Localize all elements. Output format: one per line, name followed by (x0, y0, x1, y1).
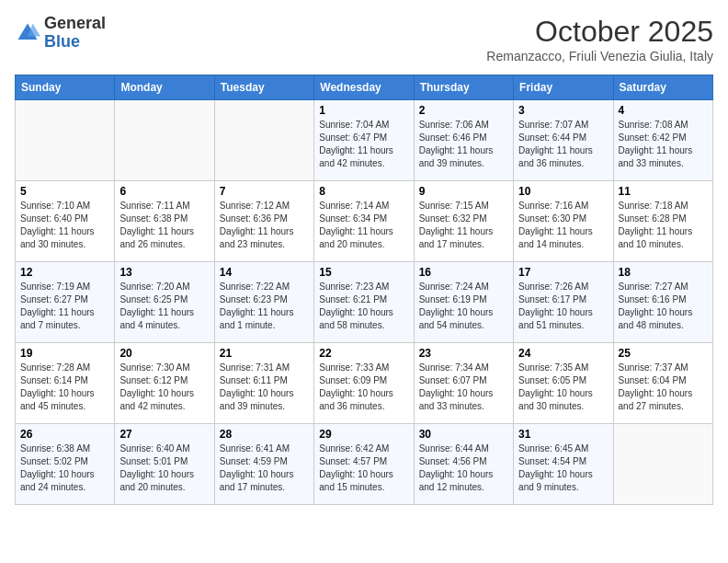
day-info: Sunrise: 7:22 AM Sunset: 6:23 PM Dayligh… (220, 281, 309, 332)
day-number: 22 (319, 347, 408, 360)
day-info: Sunrise: 6:42 AM Sunset: 4:57 PM Dayligh… (319, 442, 408, 494)
day-cell: 7Sunrise: 7:12 AM Sunset: 6:36 PM Daylig… (214, 181, 313, 262)
day-cell (16, 100, 115, 181)
day-info: Sunrise: 7:37 AM Sunset: 6:04 PM Dayligh… (619, 362, 708, 413)
day-info: Sunrise: 7:16 AM Sunset: 6:30 PM Dayligh… (518, 200, 608, 251)
location: Remanzacco, Friuli Venezia Giulia, Italy (486, 49, 713, 63)
col-header-thursday: Thursday (414, 75, 513, 100)
day-cell: 17Sunrise: 7:26 AM Sunset: 6:17 PM Dayli… (514, 262, 613, 343)
day-number: 15 (319, 266, 408, 279)
week-row-1: 1Sunrise: 7:04 AM Sunset: 6:47 PM Daylig… (16, 100, 713, 181)
day-cell: 23Sunrise: 7:34 AM Sunset: 6:07 PM Dayli… (414, 343, 513, 424)
day-info: Sunrise: 7:06 AM Sunset: 6:46 PM Dayligh… (419, 119, 508, 170)
day-cell: 3Sunrise: 7:07 AM Sunset: 6:44 PM Daylig… (514, 100, 613, 181)
day-info: Sunrise: 7:34 AM Sunset: 6:07 PM Dayligh… (419, 362, 508, 413)
week-row-2: 5Sunrise: 7:10 AM Sunset: 6:40 PM Daylig… (16, 181, 713, 262)
col-header-friday: Friday (514, 75, 613, 100)
title-block: October 2025 Remanzacco, Friuli Venezia … (486, 15, 713, 63)
day-info: Sunrise: 6:44 AM Sunset: 4:56 PM Dayligh… (419, 442, 508, 494)
day-info: Sunrise: 7:28 AM Sunset: 6:14 PM Dayligh… (20, 362, 109, 413)
day-number: 18 (619, 266, 708, 279)
day-number: 10 (518, 185, 608, 198)
day-cell: 8Sunrise: 7:14 AM Sunset: 6:34 PM Daylig… (314, 181, 414, 262)
day-cell: 4Sunrise: 7:08 AM Sunset: 6:42 PM Daylig… (613, 100, 712, 181)
week-row-3: 12Sunrise: 7:19 AM Sunset: 6:27 PM Dayli… (16, 262, 713, 343)
day-number: 4 (619, 104, 708, 117)
day-number: 1 (319, 104, 408, 117)
day-info: Sunrise: 7:20 AM Sunset: 6:25 PM Dayligh… (119, 281, 209, 332)
page-header: General Blue October 2025 Remanzacco, Fr… (15, 15, 713, 63)
day-cell: 29Sunrise: 6:42 AM Sunset: 4:57 PM Dayli… (314, 424, 414, 505)
day-number: 17 (518, 266, 608, 279)
day-info: Sunrise: 7:23 AM Sunset: 6:21 PM Dayligh… (319, 281, 408, 332)
day-number: 3 (518, 104, 608, 117)
day-cell (115, 100, 214, 181)
day-cell: 31Sunrise: 6:45 AM Sunset: 4:54 PM Dayli… (514, 424, 613, 505)
day-number: 25 (619, 347, 708, 360)
calendar-table: SundayMondayTuesdayWednesdayThursdayFrid… (15, 75, 713, 505)
day-number: 12 (20, 266, 109, 279)
day-number: 5 (20, 185, 109, 198)
day-info: Sunrise: 7:35 AM Sunset: 6:05 PM Dayligh… (518, 362, 608, 413)
day-info: Sunrise: 7:12 AM Sunset: 6:36 PM Dayligh… (220, 200, 309, 251)
day-cell: 16Sunrise: 7:24 AM Sunset: 6:19 PM Dayli… (414, 262, 513, 343)
day-cell: 14Sunrise: 7:22 AM Sunset: 6:23 PM Dayli… (214, 262, 313, 343)
day-info: Sunrise: 7:15 AM Sunset: 6:32 PM Dayligh… (419, 200, 508, 251)
col-header-monday: Monday (115, 75, 214, 100)
day-cell (613, 424, 712, 505)
day-info: Sunrise: 7:10 AM Sunset: 6:40 PM Dayligh… (20, 200, 109, 251)
day-number: 30 (419, 428, 508, 441)
day-cell: 5Sunrise: 7:10 AM Sunset: 6:40 PM Daylig… (16, 181, 115, 262)
day-cell: 13Sunrise: 7:20 AM Sunset: 6:25 PM Dayli… (115, 262, 214, 343)
day-info: Sunrise: 6:40 AM Sunset: 5:01 PM Dayligh… (119, 442, 209, 494)
day-number: 21 (220, 347, 309, 360)
logo: General Blue (15, 15, 106, 52)
day-number: 2 (419, 104, 508, 117)
day-cell: 6Sunrise: 7:11 AM Sunset: 6:38 PM Daylig… (115, 181, 214, 262)
day-info: Sunrise: 7:26 AM Sunset: 6:17 PM Dayligh… (518, 281, 608, 332)
week-row-4: 19Sunrise: 7:28 AM Sunset: 6:14 PM Dayli… (16, 343, 713, 424)
day-cell (214, 100, 313, 181)
day-number: 16 (419, 266, 508, 279)
day-info: Sunrise: 7:30 AM Sunset: 6:12 PM Dayligh… (119, 362, 209, 413)
day-cell: 1Sunrise: 7:04 AM Sunset: 6:47 PM Daylig… (314, 100, 414, 181)
day-info: Sunrise: 7:24 AM Sunset: 6:19 PM Dayligh… (419, 281, 508, 332)
day-info: Sunrise: 6:45 AM Sunset: 4:54 PM Dayligh… (518, 442, 608, 494)
day-cell: 26Sunrise: 6:38 AM Sunset: 5:02 PM Dayli… (16, 424, 115, 505)
day-cell: 2Sunrise: 7:06 AM Sunset: 6:46 PM Daylig… (414, 100, 513, 181)
day-cell: 20Sunrise: 7:30 AM Sunset: 6:12 PM Dayli… (115, 343, 214, 424)
week-row-5: 26Sunrise: 6:38 AM Sunset: 5:02 PM Dayli… (16, 424, 713, 505)
col-header-tuesday: Tuesday (214, 75, 313, 100)
day-cell: 18Sunrise: 7:27 AM Sunset: 6:16 PM Dayli… (613, 262, 712, 343)
day-info: Sunrise: 7:19 AM Sunset: 6:27 PM Dayligh… (20, 281, 109, 332)
day-cell: 30Sunrise: 6:44 AM Sunset: 4:56 PM Dayli… (414, 424, 513, 505)
day-number: 23 (419, 347, 508, 360)
logo-icon (15, 20, 40, 46)
day-number: 6 (119, 185, 209, 198)
day-number: 26 (20, 428, 109, 441)
header-row: SundayMondayTuesdayWednesdayThursdayFrid… (16, 75, 713, 100)
day-info: Sunrise: 7:27 AM Sunset: 6:16 PM Dayligh… (619, 281, 708, 332)
day-cell: 12Sunrise: 7:19 AM Sunset: 6:27 PM Dayli… (16, 262, 115, 343)
day-number: 19 (20, 347, 109, 360)
day-number: 24 (518, 347, 608, 360)
day-info: Sunrise: 7:18 AM Sunset: 6:28 PM Dayligh… (619, 200, 708, 251)
day-info: Sunrise: 7:11 AM Sunset: 6:38 PM Dayligh… (119, 200, 209, 251)
day-cell: 21Sunrise: 7:31 AM Sunset: 6:11 PM Dayli… (214, 343, 313, 424)
day-cell: 25Sunrise: 7:37 AM Sunset: 6:04 PM Dayli… (613, 343, 712, 424)
day-number: 7 (220, 185, 309, 198)
day-number: 9 (419, 185, 508, 198)
day-cell: 22Sunrise: 7:33 AM Sunset: 6:09 PM Dayli… (314, 343, 414, 424)
day-number: 28 (220, 428, 309, 441)
day-cell: 24Sunrise: 7:35 AM Sunset: 6:05 PM Dayli… (514, 343, 613, 424)
logo-general: General (44, 14, 106, 32)
month-title: October 2025 (486, 15, 713, 49)
day-cell: 11Sunrise: 7:18 AM Sunset: 6:28 PM Dayli… (613, 181, 712, 262)
day-info: Sunrise: 7:14 AM Sunset: 6:34 PM Dayligh… (319, 200, 408, 251)
col-header-saturday: Saturday (613, 75, 712, 100)
day-number: 11 (619, 185, 708, 198)
col-header-wednesday: Wednesday (314, 75, 414, 100)
day-number: 20 (119, 347, 209, 360)
day-cell: 9Sunrise: 7:15 AM Sunset: 6:32 PM Daylig… (414, 181, 513, 262)
day-cell: 27Sunrise: 6:40 AM Sunset: 5:01 PM Dayli… (115, 424, 214, 505)
